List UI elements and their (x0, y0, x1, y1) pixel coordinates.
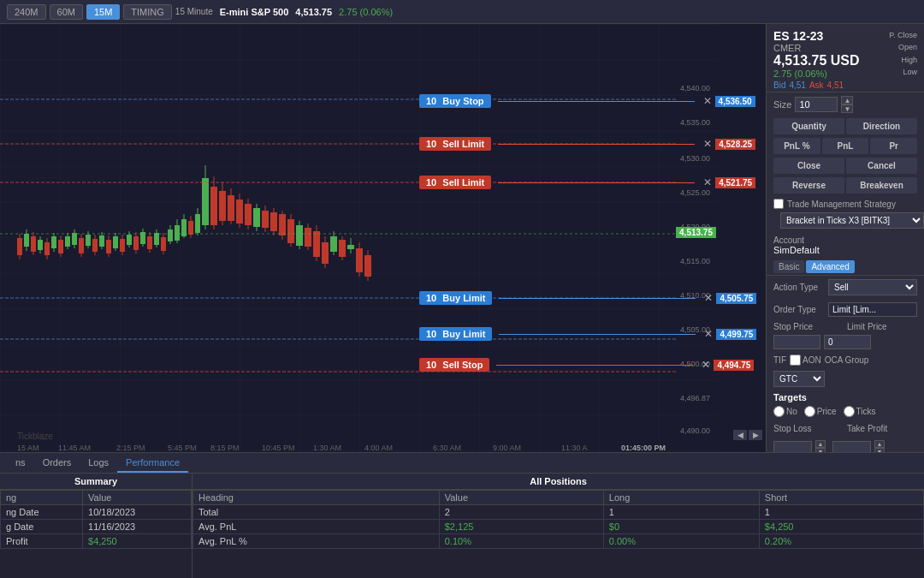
stop-price-input[interactable] (773, 335, 820, 349)
target-no-option[interactable]: No (773, 406, 797, 417)
tab-logs[interactable]: Logs (80, 454, 117, 473)
action-type-select[interactable]: Sell (828, 279, 917, 295)
tab-ns[interactable]: ns (7, 454, 34, 473)
size-row: Size ▲ ▼ (767, 92, 924, 116)
scroll-right[interactable]: ▶ (749, 430, 762, 440)
trade-mgmt-row: Trade Management Strategy (767, 195, 924, 212)
limit-price-label: Limit Price (847, 322, 917, 331)
close-button[interactable]: Close (773, 158, 844, 174)
pr-button[interactable]: Pr (870, 138, 917, 154)
order-badge-buy-limit-2[interactable]: 10 Buy Limit (419, 327, 492, 341)
all-positions-title: All Positions (192, 474, 924, 490)
price-change-topbar: 2.75 (0.06%) (339, 7, 393, 17)
timeframe-240m[interactable]: 240M (7, 4, 46, 20)
svg-text:2:15 PM: 2:15 PM (116, 444, 145, 452)
order-buy-limit-1[interactable]: 10 Buy Limit ✕ 4,505.75 (419, 291, 756, 305)
takeprofit-up[interactable]: ▲ (874, 440, 885, 448)
stoploss-label: Stop Loss (773, 424, 844, 433)
tab-advanced[interactable]: Advanced (806, 260, 854, 273)
aon-cb: AON (790, 355, 821, 366)
order-badge-sell-limit-1[interactable]: 10 Sell Limit (419, 137, 491, 151)
tab-basic[interactable]: Basic (773, 260, 804, 273)
order-badge-sell-limit-2[interactable]: 10 Sell Limit (419, 176, 491, 189)
summary-row: Profit$4,250 (1, 534, 192, 549)
timeframe-60m[interactable]: 60M (50, 4, 83, 20)
size-up[interactable]: ▲ (841, 96, 853, 104)
action-type-label: Action Type (773, 283, 825, 292)
stoploss-input[interactable] (773, 441, 812, 453)
svg-text:4,535.00: 4,535.00 (680, 118, 710, 127)
size-label: Size (773, 99, 791, 110)
tab-orders[interactable]: Orders (34, 454, 80, 473)
panel-price: 4,513.75 USD (773, 53, 860, 69)
pnl-pct-button[interactable]: PnL % (773, 138, 820, 154)
reverse-breakeven-row: Reverse Breakeven (767, 176, 924, 195)
order-sell-limit-2[interactable]: 10 Sell Limit ✕ 4,521.75 (419, 176, 755, 189)
size-input[interactable] (795, 97, 838, 112)
main-area: 15 AM 11:45 AM 2:15 PM 5:45 PM 8:15 PM 1… (0, 24, 924, 452)
all-positions-section: All Positions Heading Value Long Short T… (192, 474, 924, 578)
target-price-radio[interactable] (804, 406, 815, 417)
tif-select[interactable]: GTC (773, 371, 825, 387)
timeframe-timing[interactable]: TIMING (123, 4, 172, 20)
size-down[interactable]: ▼ (841, 104, 853, 113)
takeprofit-down[interactable]: ▼ (874, 448, 885, 452)
order-sell-limit-1[interactable]: 10 Sell Limit ✕ 4,528.25 (419, 137, 755, 151)
chart-scrollbar[interactable]: ◀ ▶ (733, 430, 766, 440)
order-buy-stop[interactable]: 10 Buy Stop ✕ 4,536.50 (419, 94, 755, 108)
order-badge-sell-stop[interactable]: 10 Sell Stop (419, 358, 489, 372)
svg-text:5:45 PM: 5:45 PM (168, 444, 197, 452)
svg-text:11:30 A: 11:30 A (561, 444, 588, 452)
target-ticks-option[interactable]: Ticks (844, 406, 876, 417)
target-no-radio[interactable] (773, 406, 785, 417)
scroll-left[interactable]: ◀ (733, 430, 747, 440)
takeprofit-input[interactable] (832, 441, 871, 453)
close-order-sell-limit-1[interactable]: ✕ (703, 138, 712, 150)
summary-section: Summary ng Value ng Date10/18/2023g Date… (0, 474, 192, 578)
order-badge-buy-stop[interactable]: 10 Buy Stop (419, 94, 491, 108)
stoploss-down[interactable]: ▼ (815, 448, 826, 452)
target-ticks-radio[interactable] (844, 406, 855, 417)
order-badge-buy-limit-1[interactable]: 10 Buy Limit (419, 291, 492, 305)
limit-price-input[interactable] (824, 335, 871, 349)
pnl-button[interactable]: PnL (822, 138, 869, 154)
svg-text:4,515.00: 4,515.00 (680, 257, 710, 265)
close-order-sell-limit-2[interactable]: ✕ (703, 176, 712, 188)
timeframe-15m[interactable]: 15M (86, 4, 120, 20)
chart-area[interactable]: 15 AM 11:45 AM 2:15 PM 5:45 PM 8:15 PM 1… (0, 24, 766, 452)
summary-body: ng Date10/18/2023g Date11/16/2023Profit$… (1, 505, 192, 549)
svg-text:4,540.00: 4,540.00 (680, 84, 710, 92)
stoploss-up[interactable]: ▲ (815, 440, 826, 448)
direction-button[interactable]: Direction (846, 118, 917, 134)
order-sell-stop[interactable]: 10 Sell Stop ✕ 4,494.75 (419, 358, 754, 372)
close-order-buy-stop[interactable]: ✕ (703, 95, 712, 107)
right-panel: ES 12-23 CMER 4,513.75 USD 2.75 (0.06%) … (766, 24, 924, 452)
close-order-buy-limit-1[interactable]: ✕ (704, 292, 713, 304)
reverse-button[interactable]: Reverse (773, 177, 844, 194)
trade-mgmt-checkbox[interactable] (773, 199, 784, 209)
quantity-button[interactable]: Quantity (773, 118, 844, 134)
close-cancel-row: Close Cancel (767, 156, 924, 176)
breakeven-button[interactable]: Breakeven (846, 177, 917, 194)
bracket-select[interactable]: Bracket in Ticks X3 [BITK3] (780, 212, 924, 229)
close-order-sell-stop[interactable]: ✕ (702, 359, 710, 371)
bid-ask-row: Bid 4,51 Ask 4,51 (773, 80, 917, 90)
svg-text:15 AM: 15 AM (17, 444, 39, 452)
positions-row: Avg. PnL %0.10%0.00%0.20% (193, 534, 924, 549)
target-price-option[interactable]: Price (804, 406, 837, 417)
chart-canvas: 15 AM 11:45 AM 2:15 PM 5:45 PM 8:15 PM 1… (0, 24, 766, 452)
bottom-panel: ns Orders Logs Performance Summary ng Va… (0, 452, 924, 578)
trade-mgmt-label: Trade Management Strategy (787, 200, 896, 209)
quantity-direction-row: Quantity Direction (767, 116, 924, 136)
tab-performance[interactable]: Performance (117, 454, 188, 473)
summary-table: ng Value ng Date10/18/2023g Date11/16/20… (0, 490, 192, 549)
tif-row: TIF AON OCA Group (767, 351, 924, 369)
cancel-button[interactable]: Cancel (846, 158, 917, 174)
order-buy-limit-2[interactable]: 10 Buy Limit ✕ 4,499.75 (419, 327, 756, 341)
summary-row: g Date11/16/2023 (1, 520, 192, 534)
aon-checkbox[interactable] (790, 355, 801, 366)
pos-col-value: Value (439, 491, 603, 505)
close-order-buy-limit-2[interactable]: ✕ (704, 328, 713, 340)
symbol-info: 15 Minute E-mini S&P 500 4,513.75 2.75 (… (175, 7, 393, 17)
symbol-name: E-mini S&P 500 (220, 7, 289, 17)
